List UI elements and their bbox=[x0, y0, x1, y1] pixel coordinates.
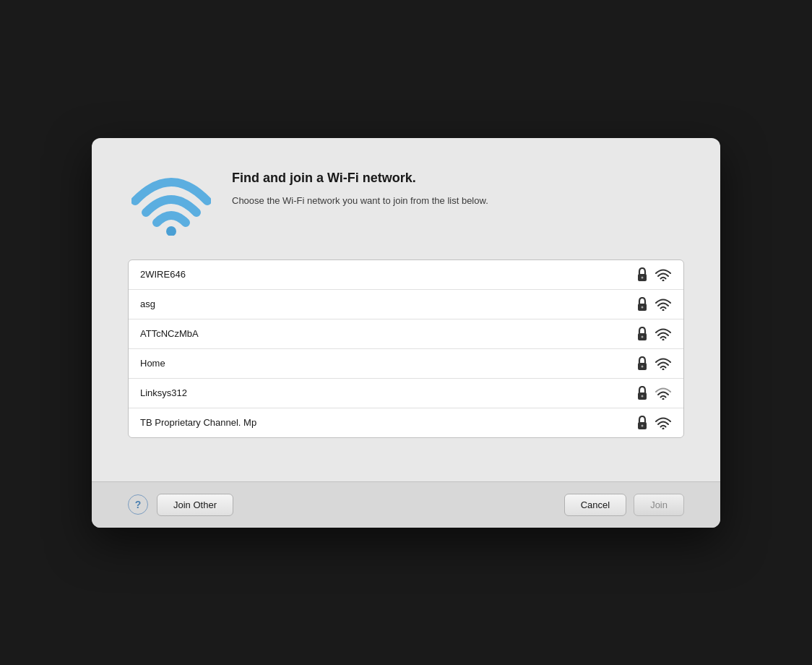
svg-point-11 bbox=[642, 365, 644, 367]
svg-point-18 bbox=[662, 427, 665, 429]
header-text: Find and join a Wi-Fi network. Choose th… bbox=[232, 167, 684, 208]
footer-right: Cancel Join bbox=[564, 494, 684, 516]
network-icons bbox=[636, 297, 672, 312]
svg-point-2 bbox=[642, 276, 644, 278]
network-name: TB Proprietary Channel. Mp bbox=[140, 417, 636, 428]
footer-left: ? Join Other bbox=[128, 494, 233, 516]
signal-icon bbox=[655, 297, 672, 312]
lock-icon bbox=[636, 356, 649, 371]
svg-point-15 bbox=[662, 398, 665, 400]
network-icons bbox=[636, 356, 672, 371]
signal-icon bbox=[655, 416, 672, 430]
svg-point-8 bbox=[642, 335, 644, 338]
dialog-footer: ? Join Other Cancel Join bbox=[92, 481, 720, 528]
network-icons bbox=[636, 386, 672, 400]
lock-icon bbox=[636, 267, 649, 282]
network-row[interactable]: TB Proprietary Channel. Mp bbox=[129, 408, 683, 437]
network-name: asg bbox=[140, 299, 636, 309]
wifi-logo bbox=[128, 167, 215, 239]
network-list: 2WIRE646 asg ATTcNCzMbA Ho bbox=[128, 259, 684, 438]
network-row[interactable]: 2WIRE646 bbox=[129, 260, 683, 290]
signal-icon bbox=[655, 356, 672, 371]
svg-point-9 bbox=[662, 338, 665, 340]
network-row[interactable]: asg bbox=[129, 290, 683, 319]
svg-point-14 bbox=[642, 395, 644, 397]
network-icons bbox=[636, 416, 672, 430]
network-name: Home bbox=[140, 358, 636, 369]
network-name: 2WIRE646 bbox=[140, 269, 636, 280]
lock-icon bbox=[636, 327, 649, 341]
network-row[interactable]: Linksys312 bbox=[129, 379, 683, 408]
network-icons bbox=[636, 327, 672, 341]
network-name: Linksys312 bbox=[140, 387, 636, 398]
header-row: Find and join a Wi-Fi network. Choose th… bbox=[128, 167, 684, 239]
lock-icon bbox=[636, 416, 649, 430]
lock-icon bbox=[636, 297, 649, 312]
network-icons bbox=[636, 267, 672, 282]
dialog-subtitle: Choose the Wi-Fi network you want to joi… bbox=[232, 194, 684, 208]
signal-icon bbox=[655, 327, 672, 341]
svg-point-6 bbox=[662, 309, 665, 311]
dialog-title: Find and join a Wi-Fi network. bbox=[232, 170, 684, 186]
wifi-dialog: Find and join a Wi-Fi network. Choose th… bbox=[92, 138, 720, 528]
network-name: ATTcNCzMbA bbox=[140, 328, 636, 339]
svg-point-17 bbox=[642, 424, 644, 426]
join-other-button[interactable]: Join Other bbox=[157, 494, 233, 516]
signal-icon bbox=[655, 386, 672, 400]
lock-icon bbox=[636, 386, 649, 400]
svg-point-12 bbox=[662, 368, 665, 370]
signal-icon bbox=[655, 267, 672, 282]
cancel-button[interactable]: Cancel bbox=[564, 494, 626, 516]
svg-point-3 bbox=[662, 279, 665, 281]
svg-point-0 bbox=[166, 226, 176, 236]
join-button[interactable]: Join bbox=[634, 494, 684, 516]
help-button[interactable]: ? bbox=[128, 494, 148, 515]
network-row[interactable]: Home bbox=[129, 349, 683, 379]
network-row[interactable]: ATTcNCzMbA bbox=[129, 319, 683, 349]
dialog-body: Find and join a Wi-Fi network. Choose th… bbox=[92, 138, 720, 481]
svg-point-5 bbox=[642, 306, 644, 308]
